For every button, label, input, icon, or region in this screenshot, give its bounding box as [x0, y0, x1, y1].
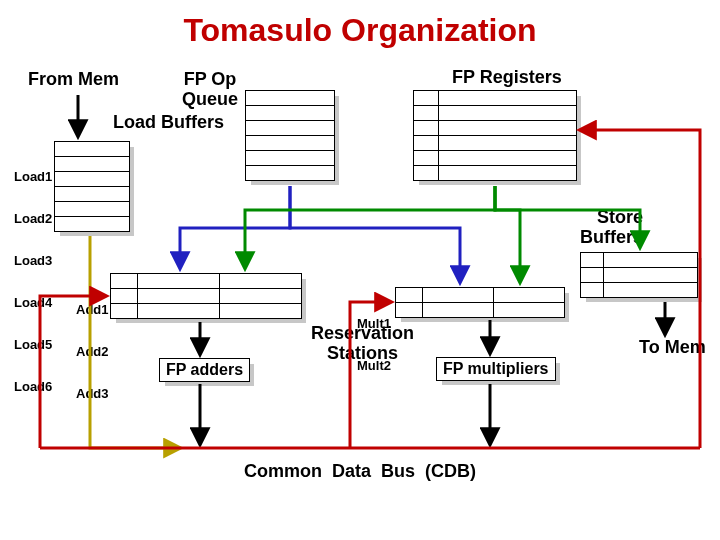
- arrow-queue-to-mult: [290, 186, 460, 282]
- arrow-queue-to-add: [180, 186, 290, 268]
- cdb-to-regs: [580, 130, 700, 448]
- cdb-to-multrs: [350, 302, 391, 448]
- cdb-to-addrs: [40, 296, 106, 448]
- wiring-svg: [0, 0, 720, 540]
- arrow-reg-to-mult: [495, 186, 520, 282]
- wire-load-to-cdb: [90, 418, 180, 448]
- arrow-reg-to-store: [495, 186, 640, 247]
